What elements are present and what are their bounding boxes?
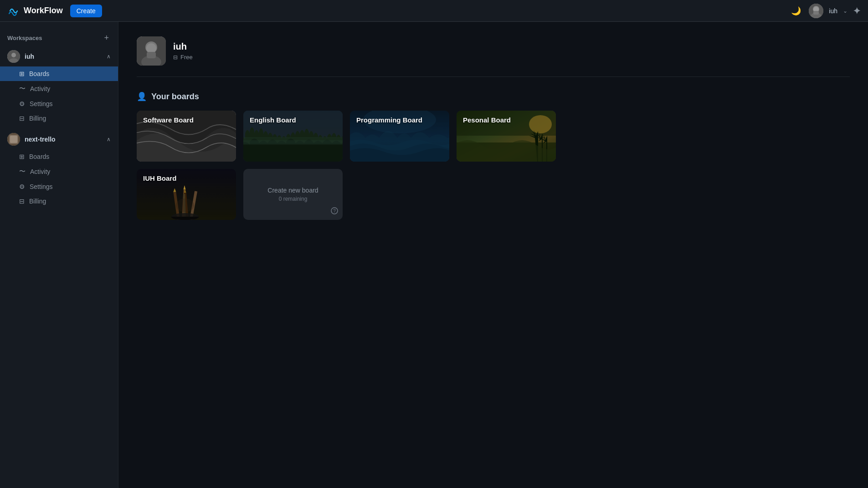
create-new-board-title: Create new board: [267, 187, 318, 194]
board-card-programming[interactable]: Programming Board: [350, 111, 449, 162]
board-card-programming-title: Programming Board: [356, 116, 422, 124]
logo-icon: [7, 5, 20, 17]
sidebar-item-boards[interactable]: ⊞ Boards: [0, 66, 118, 81]
boards-section-title: 👤 Your boards: [137, 92, 850, 102]
header-more-icon[interactable]: ✦: [853, 5, 861, 16]
workspaces-label: Workspaces: [7, 35, 42, 41]
board-card-personal[interactable]: Pesonal Board: [457, 111, 556, 162]
workspace-iuh-svg: [7, 50, 20, 63]
sidebar-item-billing2[interactable]: ⊟ Billing: [0, 194, 118, 208]
svg-point-14: [146, 43, 156, 53]
sidebar-settings-label: Settings: [30, 100, 53, 107]
svg-rect-10: [10, 136, 17, 143]
create-new-board-card[interactable]: Create new board 0 remaining ?: [243, 169, 343, 220]
boards-section-label: Your boards: [151, 92, 199, 102]
boards2-icon: ⊞: [19, 153, 25, 160]
avatar-svg: [809, 4, 823, 18]
sidebar-billing-label: Billing: [29, 115, 46, 122]
profile-plan-label: Free: [180, 54, 193, 61]
sidebar-item-billing[interactable]: ⊟ Billing: [0, 111, 118, 126]
sidebar-boards-label: Boards: [29, 70, 49, 77]
profile-avatar: [137, 36, 166, 66]
board-card-personal-overlay: Pesonal Board: [457, 111, 556, 162]
theme-toggle-button[interactable]: 🌙: [789, 4, 803, 18]
svg-rect-4: [813, 11, 819, 15]
help-circle-icon: ?: [331, 207, 338, 214]
workspace-next-svg: [7, 133, 20, 146]
sidebar: Workspaces + iuh ∧ ⊞: [0, 22, 118, 488]
workspace-next-avatar-image: [7, 133, 20, 146]
app-header: WorkFlow Create 🌙 iuh ⌄ ✦: [0, 0, 868, 22]
workspace-iuh-avatar-image: [7, 50, 20, 63]
sidebar-activity-label: Activity: [30, 85, 50, 92]
workspace-next-name: next-trello: [25, 136, 102, 143]
logo-text: WorkFlow: [24, 6, 63, 15]
workspace-iuh-header[interactable]: iuh ∧: [0, 46, 118, 66]
workspace-iuh-name: iuh: [25, 53, 102, 60]
avatar-image: [809, 4, 823, 18]
svg-text:?: ?: [333, 208, 336, 214]
profile-section: iuh ⊟ Free: [137, 36, 850, 77]
boards-section: 👤 Your boards: [137, 92, 850, 220]
billing2-icon: ⊟: [19, 198, 25, 205]
settings2-icon: ⚙: [19, 183, 25, 190]
create-new-board-help-icon[interactable]: ?: [331, 207, 338, 216]
sidebar-item-settings2[interactable]: ⚙ Settings: [0, 179, 118, 194]
logo-link[interactable]: WorkFlow: [7, 5, 63, 17]
billing-icon: ⊟: [19, 115, 25, 122]
workspace-next-chevron-icon: ∧: [107, 136, 111, 142]
user-avatar[interactable]: [809, 4, 823, 18]
boards-icon: ⊞: [19, 70, 25, 77]
workspace-iuh-chevron-icon: ∧: [107, 53, 111, 60]
boards-grid: Software Board: [137, 111, 556, 220]
create-button[interactable]: Create: [70, 5, 102, 17]
board-card-software[interactable]: Software Board: [137, 111, 236, 162]
sidebar-activity2-label: Activity: [30, 168, 50, 175]
sidebar-settings2-label: Settings: [30, 183, 53, 190]
settings-icon: ⚙: [19, 100, 25, 107]
profile-plan: ⊟ Free: [173, 54, 193, 61]
sidebar-billing2-label: Billing: [29, 198, 46, 205]
board-card-software-overlay: Software Board: [137, 111, 236, 162]
sidebar-item-activity2[interactable]: 〜 Activity: [0, 164, 118, 179]
workspace-next-header[interactable]: next-trello ∧: [0, 129, 118, 149]
board-card-english-title: English Board: [250, 116, 296, 124]
workspace-iuh-group: iuh ∧ ⊞ Boards 〜 Activity ⚙ Settings ⊟ B…: [0, 46, 118, 126]
app-layout: Workspaces + iuh ∧ ⊞: [0, 22, 868, 488]
main-content: iuh ⊟ Free 👤 Your boards: [118, 22, 868, 488]
sidebar-item-activity[interactable]: 〜 Activity: [0, 81, 118, 97]
header-username[interactable]: iuh: [829, 7, 837, 15]
workspace-iuh-avatar: [7, 50, 20, 63]
board-card-english[interactable]: English Board: [243, 111, 343, 162]
workspace-next-group: next-trello ∧ ⊞ Boards 〜 Activity ⚙ Sett…: [0, 129, 118, 208]
sidebar-boards2-label: Boards: [29, 153, 49, 160]
profile-avatar-image: [137, 36, 166, 66]
create-new-board-subtitle: 0 remaining: [279, 196, 308, 202]
board-card-iuh-overlay: IUH Board: [137, 169, 236, 220]
board-card-programming-overlay: Programming Board: [350, 111, 449, 162]
sidebar-item-boards2[interactable]: ⊞ Boards: [0, 149, 118, 164]
svg-point-6: [11, 53, 16, 57]
workspace-next-avatar: [7, 133, 20, 146]
boards-section-icon: 👤: [137, 92, 147, 102]
activity2-icon: 〜: [19, 168, 26, 176]
profile-info: iuh ⊟ Free: [173, 41, 193, 61]
board-card-personal-title: Pesonal Board: [463, 116, 511, 124]
header-chevron-icon[interactable]: ⌄: [843, 8, 847, 14]
svg-rect-15: [147, 52, 156, 58]
plan-icon: ⊟: [173, 54, 178, 61]
add-workspace-button[interactable]: +: [102, 33, 111, 43]
board-card-iuh-title: IUH Board: [143, 174, 176, 182]
board-card-english-overlay: English Board: [243, 111, 343, 162]
profile-name: iuh: [173, 41, 193, 52]
board-card-software-title: Software Board: [143, 116, 194, 124]
workspaces-header: Workspaces +: [0, 29, 118, 46]
board-card-iuh[interactable]: IUH Board: [137, 169, 236, 220]
profile-avatar-svg: [137, 36, 166, 66]
activity-icon: 〜: [19, 85, 26, 93]
moon-icon: 🌙: [791, 6, 801, 16]
header-right: 🌙 iuh ⌄ ✦: [789, 4, 861, 18]
sidebar-item-settings[interactable]: ⚙ Settings: [0, 97, 118, 111]
